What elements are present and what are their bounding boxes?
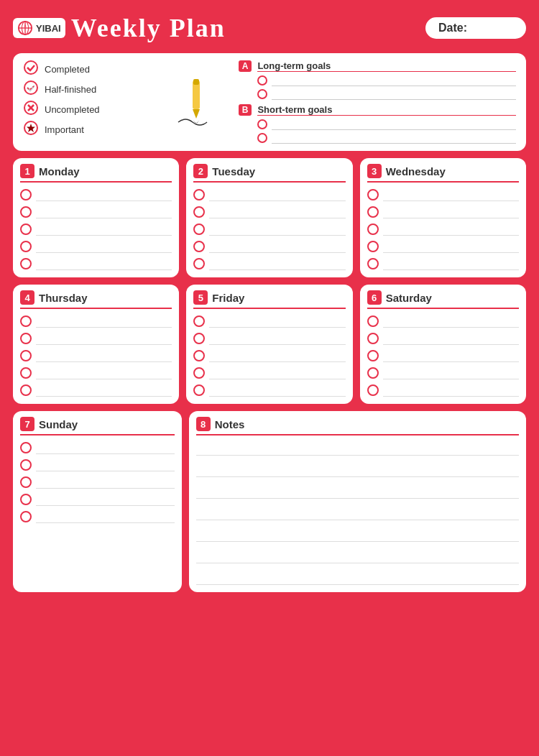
task-circle [367, 189, 379, 200]
saturday-task-2[interactable] [383, 332, 519, 345]
task-row [20, 188, 172, 201]
header-left: YIBAI Weekly Plan [13, 13, 226, 43]
weekly-plan-page: YIBAI Weekly Plan Date: Completed Half-f… [0, 0, 539, 756]
long-term-input-2[interactable] [272, 88, 516, 100]
task-row [193, 315, 345, 328]
task-row [20, 240, 172, 253]
notes-num: 8 [196, 417, 211, 431]
bottom-grid: 7 Sunday 8 Notes [13, 411, 526, 592]
sunday-task-5[interactable] [36, 510, 175, 523]
tuesday-task-2[interactable] [209, 206, 345, 218]
goal-circle [257, 119, 267, 129]
tuesday-task-5[interactable] [209, 257, 345, 270]
wednesday-task-1[interactable] [383, 188, 519, 201]
wednesday-task-3[interactable] [383, 223, 519, 236]
friday-task-4[interactable] [209, 367, 345, 379]
goals-col: A Long-term goals B [231, 60, 516, 144]
notes-line-2[interactable] [196, 463, 519, 477]
wednesday-task-5[interactable] [383, 257, 519, 270]
short-term-input-1[interactable] [272, 119, 516, 130]
sunday-box: 7 Sunday [13, 411, 182, 592]
goal-line-row [257, 88, 516, 100]
saturday-task-4[interactable] [383, 367, 519, 379]
monday-task-1[interactable] [36, 188, 172, 201]
long-term-input-1[interactable] [272, 75, 516, 86]
wednesday-task-2[interactable] [383, 206, 519, 218]
monday-task-2[interactable] [36, 206, 172, 218]
task-row [20, 349, 172, 362]
tuesday-task-3[interactable] [209, 223, 345, 236]
thursday-task-1[interactable] [36, 315, 172, 328]
notes-line-7[interactable] [196, 571, 519, 585]
page-title: Weekly Plan [71, 13, 226, 43]
sunday-task-4[interactable] [36, 493, 175, 506]
notes-line-4[interactable] [196, 506, 519, 520]
task-row [20, 384, 172, 397]
task-circle [20, 367, 32, 379]
notes-line-5[interactable] [196, 527, 519, 542]
sunday-task-2[interactable] [36, 458, 175, 471]
saturday-task-1[interactable] [383, 315, 519, 328]
thursday-task-5[interactable] [36, 384, 172, 397]
tuesday-task-1[interactable] [209, 188, 345, 201]
task-circle [193, 241, 205, 252]
tuesday-task-4[interactable] [209, 240, 345, 253]
friday-name: Friday [212, 292, 244, 304]
notes-title: Notes [215, 418, 245, 430]
goal-line-row [257, 132, 516, 144]
notes-line-6[interactable] [196, 549, 519, 563]
logo-icon [17, 20, 33, 36]
task-circle [20, 189, 32, 200]
date-box: Date: [425, 17, 526, 39]
task-row [193, 384, 345, 397]
task-row [193, 223, 345, 236]
task-row [367, 332, 519, 345]
legend-completed-label: Completed [45, 64, 90, 75]
legend-col: Completed Half-finished Uncompleted Impo… [23, 60, 162, 144]
legend-uncompleted: Uncompleted [23, 101, 162, 118]
task-circle [193, 223, 205, 235]
notes-line-1[interactable] [196, 441, 519, 456]
tuesday-box: 2 Tuesday [186, 158, 352, 277]
short-term-input-2[interactable] [272, 132, 516, 144]
thursday-task-4[interactable] [36, 367, 172, 379]
thursday-task-3[interactable] [36, 349, 172, 362]
thursday-name: Thursday [39, 292, 88, 304]
saturday-task-3[interactable] [383, 349, 519, 362]
friday-task-1[interactable] [209, 315, 345, 328]
task-circle [20, 384, 32, 396]
completed-icon [23, 60, 39, 78]
svg-point-6 [24, 81, 37, 94]
task-circle [20, 315, 32, 327]
task-circle [20, 511, 32, 522]
saturday-task-5[interactable] [383, 384, 519, 397]
thursday-task-2[interactable] [36, 332, 172, 345]
notes-line-3[interactable] [196, 484, 519, 499]
wednesday-task-4[interactable] [383, 240, 519, 253]
task-row [20, 315, 172, 328]
task-circle [193, 189, 205, 200]
sunday-task-1[interactable] [36, 441, 175, 454]
monday-task-5[interactable] [36, 257, 172, 270]
monday-tasks [20, 188, 172, 270]
friday-task-5[interactable] [209, 384, 345, 397]
task-row [20, 493, 175, 506]
sunday-task-3[interactable] [36, 476, 175, 489]
task-circle [367, 241, 379, 252]
friday-task-2[interactable] [209, 332, 345, 345]
task-circle [367, 367, 379, 379]
task-row [20, 367, 172, 379]
friday-task-3[interactable] [209, 349, 345, 362]
legend-important-label: Important [45, 124, 84, 135]
task-row [367, 257, 519, 270]
svg-marker-14 [193, 109, 200, 119]
short-term-title: Short-term goals [257, 104, 516, 116]
task-circle [20, 223, 32, 235]
task-row [193, 257, 345, 270]
task-row [193, 332, 345, 345]
monday-task-4[interactable] [36, 240, 172, 253]
task-circle [367, 258, 379, 269]
legend-uncompleted-label: Uncompleted [45, 104, 100, 115]
task-row [367, 188, 519, 201]
monday-task-3[interactable] [36, 223, 172, 236]
